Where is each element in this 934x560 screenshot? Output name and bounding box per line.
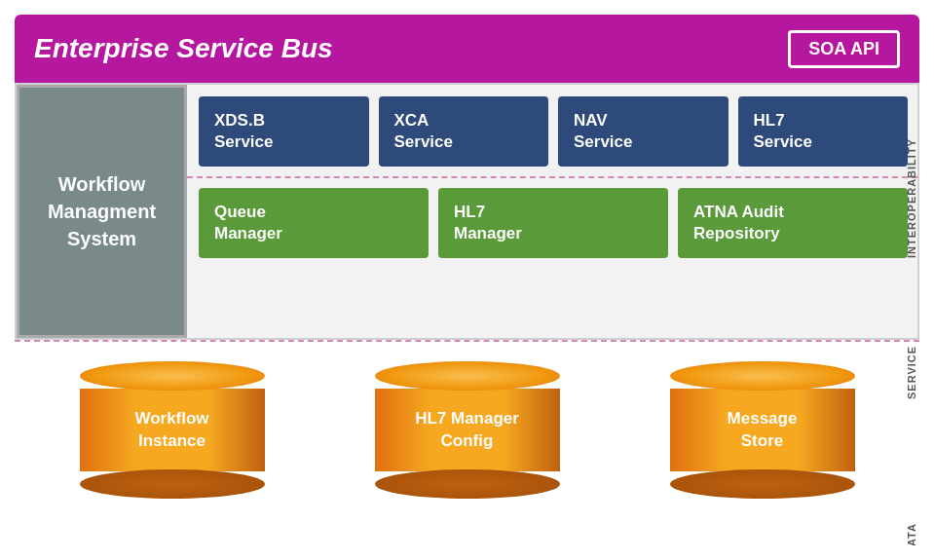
- hl7-service-box: HL7Service: [738, 96, 909, 167]
- cyl-label-2: HL7 ManagerConfig: [375, 408, 560, 453]
- data-row: WorkflowInstance HL7 ManagerConfig Messa…: [15, 340, 919, 508]
- cyl-bottom-3: [670, 469, 855, 499]
- cyl-body-1: WorkflowInstance: [80, 389, 265, 471]
- green-services-row: QueueManager HL7Manager ATNA AuditReposi…: [187, 178, 917, 270]
- main-container: Enterprise Service Bus SOA API Workflow …: [0, 0, 934, 560]
- interoperability-label: INTEROPERABILITY: [906, 102, 917, 258]
- wms-label: Workflow Managment System: [48, 170, 156, 252]
- wms-box: Workflow Managment System: [17, 85, 187, 338]
- message-store-cylinder: MessageStore: [665, 361, 860, 499]
- atna-audit-box: ATNA AuditRepository: [678, 188, 908, 258]
- cyl-bottom-1: [80, 469, 265, 499]
- cyl-body-3: MessageStore: [670, 389, 855, 471]
- cyl-label-3: MessageStore: [670, 408, 855, 453]
- cyl-label-1: WorkflowInstance: [80, 408, 265, 453]
- cyl-top-2: [375, 361, 560, 391]
- workflow-instance-cylinder: WorkflowInstance: [75, 361, 270, 499]
- service-label: SERVICE: [906, 263, 917, 399]
- queue-manager-box: QueueManager: [199, 188, 429, 258]
- cyl-top-1: [80, 361, 265, 391]
- cyl-bottom-2: [375, 469, 560, 499]
- blue-services-row: XDS.BService XCAService NAVService HL7Se…: [187, 85, 917, 178]
- data-label: DATA: [906, 404, 917, 545]
- xca-service-box: XCAService: [379, 96, 549, 167]
- soa-api-badge: SOA API: [788, 30, 900, 68]
- services-zone: XDS.BService XCAService NAVService HL7Se…: [187, 85, 917, 338]
- cyl-body-2: HL7 ManagerConfig: [375, 389, 560, 471]
- hl7-manager-config-cylinder: HL7 ManagerConfig: [370, 361, 565, 499]
- layout: Enterprise Service Bus SOA API Workflow …: [15, 15, 919, 545]
- cyl-top-3: [670, 361, 855, 391]
- nav-service-box: NAVService: [558, 96, 729, 167]
- content-area: Workflow Managment System XDS.BService X…: [15, 83, 919, 340]
- esb-header: Enterprise Service Bus SOA API: [15, 15, 919, 83]
- xdsb-service-box: XDS.BService: [199, 96, 369, 167]
- esb-title: Enterprise Service Bus: [34, 33, 333, 64]
- hl7-manager-box: HL7Manager: [438, 188, 668, 258]
